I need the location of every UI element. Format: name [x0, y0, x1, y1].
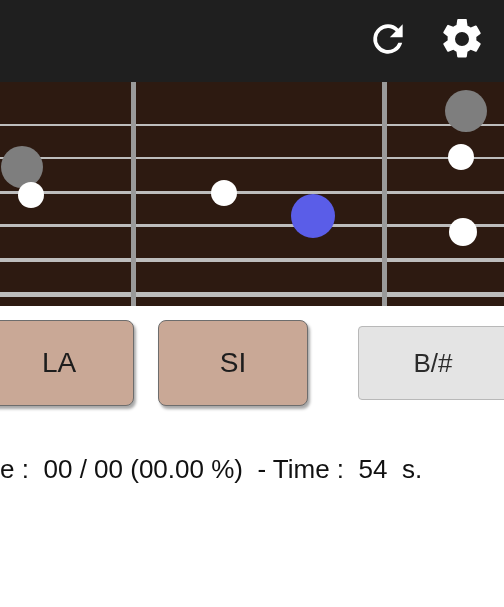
fretboard-dot	[18, 182, 44, 208]
time-label: Time :	[273, 454, 344, 484]
fretboard-dot	[449, 218, 477, 246]
gear-icon[interactable]	[438, 15, 486, 67]
string	[0, 157, 504, 159]
fretboard-dot	[445, 90, 487, 132]
string	[0, 258, 504, 262]
fretboard-dot	[1, 146, 43, 188]
fretboard-dot	[211, 180, 237, 206]
app-root: LA SI B/# core : 00 / 00 (00.00 %) - Tim…	[0, 0, 504, 607]
note-button-1[interactable]: LA	[0, 320, 134, 406]
string	[0, 292, 504, 297]
string	[0, 224, 504, 227]
status-line: core : 00 / 00 (00.00 %) - Time : 54 s.	[0, 420, 504, 485]
topbar	[0, 0, 504, 82]
fretboard-dot	[448, 144, 474, 170]
fretboard[interactable]	[0, 82, 504, 306]
time-value: 54	[359, 454, 388, 484]
fretboard-dot	[291, 194, 335, 238]
time-unit: s.	[402, 454, 422, 484]
answer-buttons-row: LA SI B/#	[0, 306, 504, 420]
score-label: core :	[0, 454, 29, 484]
notation-toggle-button[interactable]: B/#	[358, 326, 504, 400]
string	[0, 124, 504, 126]
fret	[382, 82, 387, 306]
score-percent: 00.00	[139, 454, 204, 484]
string	[0, 191, 504, 194]
note-button-2[interactable]: SI	[158, 320, 308, 406]
fret	[131, 82, 136, 306]
refresh-icon[interactable]	[366, 17, 410, 65]
score-total: 00	[94, 454, 123, 484]
score-correct: 00	[43, 454, 72, 484]
